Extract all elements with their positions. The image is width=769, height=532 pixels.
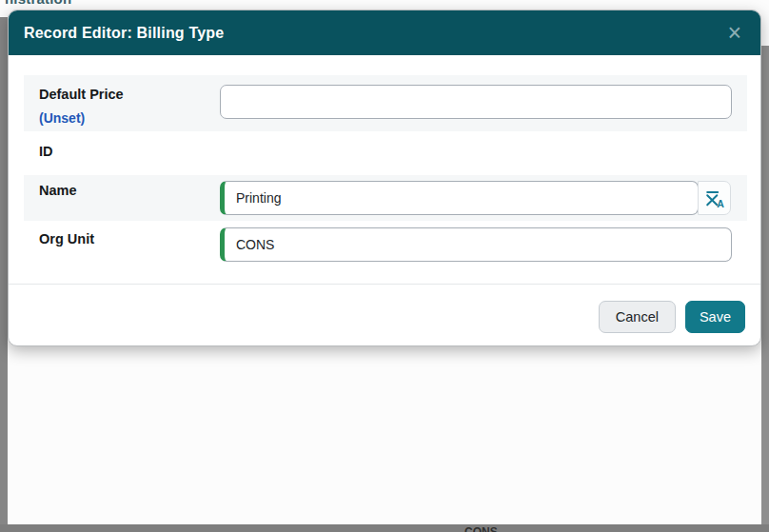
dialog-header: Record Editor: Billing Type × [9,10,760,55]
id-label-cell: ID [24,131,220,175]
name-label: Name [39,183,77,198]
field-row-name: Name A [24,175,747,221]
org-unit-input[interactable] [220,227,732,262]
default-price-value-cell [220,75,747,131]
id-label: ID [39,144,53,159]
record-editor-dialog: Record Editor: Billing Type × Default Pr… [8,10,761,346]
save-button[interactable]: Save [685,301,745,333]
translate-icon: A [704,187,725,208]
clipped-grid-cell-text: CONS [464,525,498,532]
backdrop-right-edge [761,46,769,524]
default-price-label-cell: Default Price (Unset) [24,75,220,131]
org-unit-value-cell [220,221,747,268]
field-row-id: ID [24,131,747,175]
dialog-footer: Cancel Save [9,284,760,345]
close-icon: × [727,19,741,46]
dialog-body: Default Price (Unset) ID Name [9,55,760,268]
background-page-clipped-heading: nistration [0,0,209,7]
name-input[interactable] [220,181,699,215]
close-button[interactable]: × [723,21,745,45]
default-price-input[interactable] [220,85,732,119]
clipped-heading-text: nistration [0,0,209,7]
field-row-org-unit: Org Unit [24,221,747,268]
svg-text:A: A [717,198,724,208]
id-value-cell [220,131,747,175]
name-label-cell: Name [24,175,220,221]
translate-button[interactable]: A [698,181,731,215]
org-unit-label: Org Unit [39,231,94,246]
dialog-title: Record Editor: Billing Type [24,25,224,42]
unset-link[interactable]: (Unset) [39,110,85,126]
backdrop-left-edge [0,17,8,524]
field-row-default-price: Default Price (Unset) [24,75,747,131]
default-price-label: Default Price [39,87,124,102]
name-value-cell: A [220,175,747,221]
cancel-button[interactable]: Cancel [599,301,676,333]
background-grid-row-clipped: CONS [0,524,769,532]
org-unit-label-cell: Org Unit [24,221,220,268]
